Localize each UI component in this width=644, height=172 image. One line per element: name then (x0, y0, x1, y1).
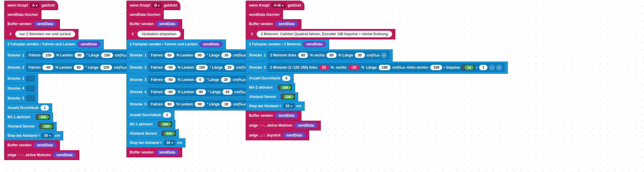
block-stack-ab: wenn Knopf A+B geklickt sendData löschen… (246, 1, 508, 140)
senddata-clear[interactable]: sendData löschen (246, 10, 283, 19)
comment-block[interactable]: //2 Motoren: Callibot Quadrat fahren, En… (246, 29, 395, 39)
strecke-row-5[interactable]: Strecke 5 Fahren60% Lenken90° Länge30cm|… (126, 98, 259, 110)
fahrplan-header[interactable]: 2 Fahrplan senden • 2 Motoren sendData (246, 39, 329, 49)
toggle[interactable]: EIN (158, 122, 172, 127)
strecke-row-5[interactable]: Strecke 5 (4, 93, 38, 103)
strecke-row-2[interactable]: Strecke 2 Fahren-40 % Lenken90 ° Länge10… (4, 62, 140, 74)
strecke-row-3[interactable]: Strecke 3 Fahren-50% Lenken0° Länge20cm|… (126, 74, 259, 86)
senddata-var[interactable]: sendData (294, 122, 318, 128)
abstand-sensor-row[interactable]: Abstand Sensor EIN (246, 92, 298, 102)
buffer-send[interactable]: Buffer senden sendData (126, 148, 182, 157)
zeige-motoren[interactable]: zeige ↑↑↑.. aktive Motoren sendData (4, 150, 79, 160)
comment-text[interactable]: rückwärts einparken (137, 31, 181, 37)
event-hat-button-b[interactable]: wenn Knopf B geklickt (126, 1, 180, 10)
dist-dropdown[interactable]: 30 (164, 140, 175, 145)
fahrplan-header[interactable]: 2 Fahrplan senden • Fahren und Lenken se… (4, 39, 104, 49)
event-hat-button-a[interactable]: wenn Knopf A geklickt (4, 1, 58, 10)
fahren-inner[interactable]: Fahren100 % Lenken90 ° Länge100 cm|⅒s + (26, 51, 137, 59)
label: geklickt (288, 3, 301, 7)
m1-aktiv-row[interactable]: M1-1 aktiviert EIN (4, 113, 53, 122)
stop-abstand-row[interactable]: Stop bei Abstand < 30 cm (126, 138, 185, 148)
stop-abstand-row[interactable]: Stop bei Abstand < 20 cm (246, 102, 305, 111)
fahrplan-header[interactable]: 2 Fahrplan senden • Fahren und Lenken se… (126, 39, 226, 49)
block-stack-a: wenn Knopf A geklickt sendData löschen B… (4, 1, 141, 160)
strecke-row-3[interactable]: Strecke 3 (4, 74, 38, 84)
buffer-send[interactable]: Buffer senden sendData (126, 19, 182, 29)
label: wenn Knopf (249, 3, 270, 7)
button-dropdown[interactable]: A (30, 3, 40, 8)
empty-slot[interactable] (26, 95, 35, 101)
strecke-row-4[interactable]: Strecke 4 (4, 84, 38, 93)
dist-dropdown[interactable]: 30 (42, 133, 53, 138)
plus-icon[interactable]: + (381, 53, 387, 58)
strecke-row-2[interactable]: Strecke 2 2 Motoren (1↑128↑255) links 25… (246, 62, 508, 74)
strecke-row-1[interactable]: Strecke 1 Fahren60% Lenken90° Länge30cm|… (126, 49, 259, 62)
empty-slot[interactable] (26, 85, 35, 91)
strecke-row-1[interactable]: Strecke 1 2 Motoren links80 % rechts80 %… (246, 49, 393, 62)
label: wenn Knopf (7, 3, 28, 7)
abstand-sensor-row[interactable]: Abstand Sensor EIN (4, 122, 57, 131)
toggle[interactable]: EIN (281, 94, 295, 99)
strecke-row-1[interactable]: Strecke 1 Fahren100 % Lenken90 ° Länge10… (4, 49, 141, 62)
label: wenn Knopf (130, 3, 150, 7)
senddata-clear[interactable]: sendData löschen (4, 10, 41, 19)
senddata-var[interactable]: sendData (283, 132, 306, 138)
loops-row[interactable]: Anzahl Durchläufe 1 (126, 110, 174, 120)
senddata-var[interactable]: sendData (156, 149, 179, 155)
comment-icon: // (7, 32, 13, 36)
comment-icon: // (130, 32, 136, 36)
buffer-send[interactable]: Buffer senden sendData (246, 19, 301, 29)
dist-dropdown[interactable]: 20 (283, 103, 295, 109)
label: geklickt (164, 3, 177, 7)
zeige-motoren[interactable]: zeige ↑↑↑.. aktive Motoren sendData (246, 121, 321, 130)
button-dropdown[interactable]: A+B (271, 3, 286, 8)
loops-row[interactable]: Anzahl Durchläufe 4 (246, 74, 294, 83)
label: geklickt (41, 3, 55, 7)
senddata-var[interactable]: sendData (77, 41, 100, 47)
event-hat-button-ab[interactable]: wenn Knopf A+B geklickt (246, 1, 304, 10)
senddata-var[interactable]: sendData (275, 113, 298, 119)
senddata-var[interactable]: sendData (275, 21, 298, 27)
comment-text[interactable]: nur 2 Strecken vor und zurück (15, 31, 75, 37)
button-dropdown[interactable]: B (152, 3, 162, 8)
ma2-aktiv-row[interactable]: MA-2 aktiviert EIN (246, 83, 295, 92)
senddata-var[interactable]: sendData (303, 41, 326, 47)
senddata-var[interactable]: sendData (33, 21, 57, 27)
toggle[interactable]: EIN (36, 114, 50, 120)
senddata-var[interactable]: sendData (199, 41, 223, 47)
toggle[interactable]: EIN (39, 124, 53, 129)
stop-abstand-row[interactable]: Stop bei Abstand < 30 cm (4, 131, 63, 140)
senddata-var[interactable]: sendData (53, 152, 76, 158)
minus-icon[interactable]: − (489, 65, 495, 70)
strecke-row-2[interactable]: Strecke 2 Fahren-50% Lenken180° Länge20c… (126, 62, 262, 74)
buffer-send[interactable]: Buffer senden sendData (4, 140, 60, 150)
comment-block[interactable]: // nur 2 Strecken vor und zurück (4, 29, 78, 39)
buffer-send[interactable]: Buffer senden sendData (246, 111, 301, 121)
senddata-var[interactable]: sendData (33, 142, 57, 148)
block-stack-b: wenn Knopf B geklickt sendData löschen B… (126, 1, 262, 157)
comment-icon: // (249, 32, 255, 36)
fahren-inner[interactable]: Fahren-40 % Lenken90 ° Länge100 cm|⅒s + (26, 63, 137, 72)
buffer-send[interactable]: Buffer senden sendData (4, 19, 60, 29)
toggle[interactable]: EIN (278, 85, 292, 90)
toggle[interactable]: EIN (162, 131, 176, 136)
empty-slot[interactable] (26, 76, 35, 82)
impulse-toggle[interactable]: Ja (462, 65, 474, 70)
plus-icon[interactable]: + (496, 65, 502, 70)
abstand-sensor-row[interactable]: Abstand Sensor EIN (126, 129, 179, 138)
loops-row[interactable]: Anzahl Durchläufe 1 (4, 103, 52, 113)
senddata-var[interactable]: sendData (156, 21, 179, 27)
comment-text[interactable]: 2 Motoren: Callibot Quadrat fahren, Enco… (257, 31, 392, 37)
strecke-row-4[interactable]: Strecke 4 Fahren-60% Lenken90° Länge20cm… (126, 86, 260, 98)
comment-block[interactable]: //rückwärts einparken (126, 29, 184, 39)
senddata-clear[interactable]: sendData löschen (126, 10, 164, 19)
m1-aktiv-row[interactable]: M1-1 aktiviert EIN (126, 120, 175, 129)
zeige-joystick[interactable]: zeige ...↕↕ Joystick sendData (246, 130, 309, 140)
